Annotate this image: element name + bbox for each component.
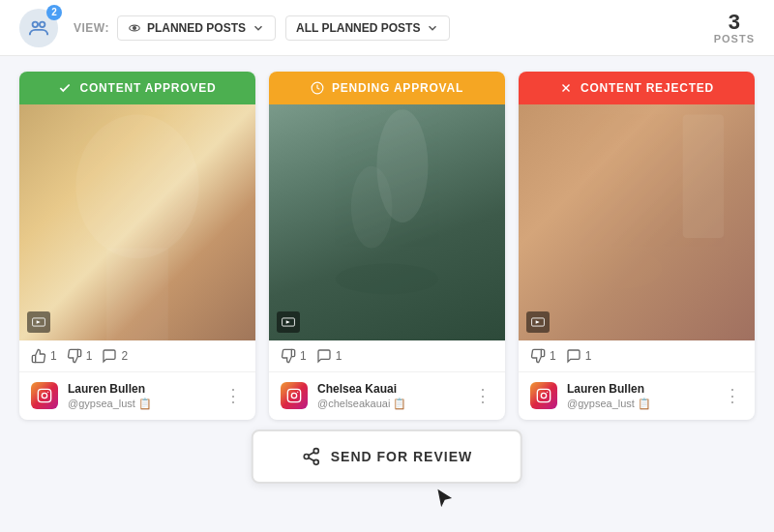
approved-image <box>19 104 255 340</box>
comment-count-pending: 1 <box>336 349 342 363</box>
dislike-count-approved: 1 <box>86 349 93 363</box>
svg-rect-5 <box>106 249 168 340</box>
image-type-badge-rejected <box>526 311 550 333</box>
svg-point-1 <box>40 21 45 26</box>
more-button-rejected[interactable]: ⋮ <box>724 385 743 406</box>
user-name-rejected: Lauren Bullen <box>567 382 714 398</box>
user-info-approved: Lauren Bullen @gypsea_lust 📋 <box>68 382 215 410</box>
avatar-badge[interactable]: 2 <box>19 9 58 47</box>
card-header-approved: CONTENT APPROVED <box>19 72 255 104</box>
send-review-label: SEND FOR REVIEW <box>331 449 472 464</box>
rejected-label: CONTENT REJECTED <box>580 81 714 95</box>
svg-rect-8 <box>38 390 50 402</box>
view-label: VIEW: <box>74 21 109 35</box>
svg-marker-16 <box>286 320 290 324</box>
svg-line-33 <box>309 452 314 455</box>
instagram-icon-approved <box>31 382 58 409</box>
comment-button-rejected[interactable]: 1 <box>566 348 592 364</box>
user-info-pending: Chelsea Kauai @chelseakauai 📋 <box>317 382 464 410</box>
svg-point-19 <box>297 392 298 393</box>
instagram-icon-pending <box>281 382 308 409</box>
approved-label: CONTENT APPROVED <box>79 81 216 95</box>
svg-point-18 <box>291 394 296 399</box>
card-rejected: CONTENT REJECTED 1 1 <box>519 72 755 420</box>
send-review-button[interactable]: SEND FOR REVIEW <box>252 429 522 484</box>
dislike-count-pending: 1 <box>300 349 307 363</box>
user-name-pending: Chelsea Kauai <box>317 382 464 398</box>
image-type-badge-pending <box>277 311 300 333</box>
svg-point-0 <box>33 21 39 26</box>
svg-line-32 <box>309 458 314 460</box>
comment-button-approved[interactable]: 2 <box>102 348 128 364</box>
dislike-count-rejected: 1 <box>550 349 556 363</box>
user-info-rejected: Lauren Bullen @gypsea_lust 📋 <box>567 382 714 410</box>
rejected-image <box>519 104 755 340</box>
user-handle-approved: @gypsea_lust 📋 <box>68 398 215 410</box>
dislike-button-pending[interactable]: 1 <box>281 348 307 364</box>
comment-button-pending[interactable]: 1 <box>316 348 342 364</box>
dislike-button-rejected[interactable]: 1 <box>530 348 556 364</box>
posts-count: 3 POSTS <box>714 12 755 44</box>
svg-point-31 <box>313 459 318 464</box>
svg-point-29 <box>313 449 318 454</box>
cards-area: CONTENT APPROVED 1 1 2 <box>0 56 774 435</box>
card-footer-approved: Lauren Bullen @gypsea_lust 📋 ⋮ <box>19 372 255 420</box>
comment-count-approved: 2 <box>121 349 128 363</box>
cursor-icon <box>434 488 456 513</box>
card-approved: CONTENT APPROVED 1 1 2 <box>19 72 255 420</box>
user-handle-rejected: @gypsea_lust 📋 <box>567 398 714 410</box>
svg-marker-25 <box>536 320 540 324</box>
card-footer-pending: Chelsea Kauai @chelseakauai 📋 ⋮ <box>269 372 505 420</box>
svg-point-28 <box>547 392 548 393</box>
svg-point-27 <box>541 394 546 399</box>
top-bar: 2 VIEW: PLANNED POSTS ALL PLANNED POSTS … <box>0 0 774 56</box>
svg-point-30 <box>304 455 309 459</box>
instagram-icon-rejected <box>530 382 557 409</box>
svg-rect-22 <box>683 115 724 238</box>
svg-point-9 <box>42 394 46 399</box>
user-handle-pending: @chelseakauai 📋 <box>317 398 464 410</box>
svg-point-13 <box>351 166 392 249</box>
card-header-pending: PENDING APPROVAL <box>269 72 505 104</box>
card-actions-pending: 1 1 <box>269 340 505 372</box>
svg-point-4 <box>75 115 198 259</box>
notification-badge: 2 <box>46 5 62 20</box>
view-dropdown[interactable]: PLANNED POSTS <box>117 15 276 41</box>
filter-dropdown-label: ALL PLANNED POSTS <box>296 21 420 35</box>
dislike-button-approved[interactable]: 1 <box>67 348 93 364</box>
card-actions-rejected: 1 1 <box>519 340 755 372</box>
share-icon <box>302 447 321 466</box>
filter-dropdown[interactable]: ALL PLANNED POSTS <box>285 15 450 41</box>
more-button-pending[interactable]: ⋮ <box>474 385 493 406</box>
bottom-section: SEND FOR REVIEW <box>252 429 522 513</box>
svg-point-14 <box>336 263 438 294</box>
svg-point-23 <box>580 249 663 289</box>
card-footer-rejected: Lauren Bullen @gypsea_lust 📋 ⋮ <box>519 372 755 420</box>
svg-rect-17 <box>287 390 300 402</box>
more-button-approved[interactable]: ⋮ <box>224 385 244 406</box>
like-button-approved[interactable]: 1 <box>31 348 57 364</box>
image-type-badge <box>27 311 50 333</box>
card-actions-approved: 1 1 2 <box>19 340 255 372</box>
card-header-rejected: CONTENT REJECTED <box>519 72 755 104</box>
pending-label: PENDING APPROVAL <box>332 81 463 95</box>
svg-rect-26 <box>537 390 550 402</box>
view-dropdown-label: PLANNED POSTS <box>147 21 246 35</box>
svg-point-10 <box>47 392 48 393</box>
card-pending: PENDING APPROVAL 1 1 <box>269 72 505 420</box>
like-count-approved: 1 <box>50 349 57 363</box>
svg-point-3 <box>133 26 135 29</box>
svg-marker-7 <box>37 320 41 324</box>
user-name-approved: Lauren Bullen <box>68 382 215 398</box>
pending-image <box>269 104 505 340</box>
comment-count-rejected: 1 <box>585 349 592 363</box>
